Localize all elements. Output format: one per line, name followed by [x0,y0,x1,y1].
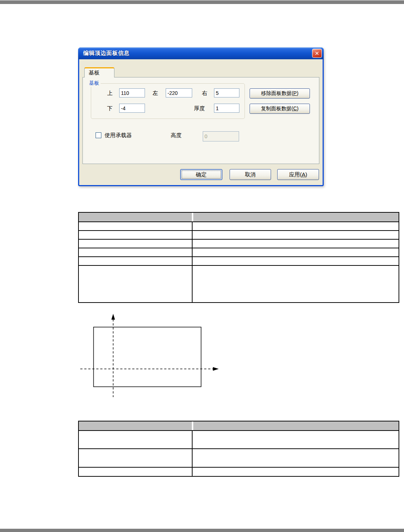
table-header-row [79,213,399,221]
field-thickness-input[interactable] [214,104,239,113]
table-cell [192,222,399,230]
table-cell [79,468,192,476]
table-cell [79,231,192,239]
dialog-title-bar[interactable]: 编辑顶边面板信息 ✕ [78,47,324,59]
page-bottom-bar [0,529,404,532]
table-cell [79,240,192,248]
table-cell [192,468,399,476]
table-cell [79,257,192,265]
cancel-button[interactable]: 取消 [230,169,271,180]
right-arrow-icon [213,367,219,371]
table-cell [79,431,192,448]
field-left-label: 左 [153,88,158,97]
table-row [79,221,399,230]
table-cell [192,266,399,302]
table-cell [79,266,192,302]
tab-label: 基板 [89,69,100,76]
field-right-input[interactable] [214,88,239,97]
table-cell [79,222,192,230]
parameter-table [78,212,399,303]
table-header-cell [192,421,399,430]
table-cell [192,257,399,265]
table-header-cell [79,421,192,430]
table-header-cell [192,213,399,221]
table-cell [79,248,192,256]
table-cell [192,231,399,239]
field-top-input[interactable] [119,88,145,97]
table-row [79,430,399,448]
ok-button[interactable]: 确定 [180,169,222,180]
table-cell [192,449,399,467]
tab-jiban[interactable]: 基板 [84,67,114,77]
coordinate-axes-diagram [78,312,223,401]
use-carrier-label: 使用承载器 [105,132,132,139]
height-input [203,131,239,141]
dialog-title: 编辑顶边面板信息 [83,47,130,59]
table-cell [192,431,399,448]
field-left-input[interactable] [166,88,192,97]
copy-panel-data-button[interactable]: 复制面板数据(C) [250,104,310,114]
use-carrier-checkbox[interactable] [96,132,101,138]
table-row [79,265,399,302]
close-button[interactable]: ✕ [312,49,322,58]
field-bottom-input[interactable] [119,104,145,113]
table-row [79,230,399,239]
table-row [79,448,399,467]
panel-rectangle [94,327,201,387]
table-cell [192,240,399,248]
field-top-label: 上 [107,88,113,97]
group-box-label: 基板 [88,80,101,87]
edit-top-panel-dialog: 编辑顶边面板信息 ✕ 基板 基板 上 左 右 下 厚度 移除面板数据(P) 复制… [78,47,324,186]
description-table [78,421,399,477]
close-icon: ✕ [315,50,319,56]
apply-button[interactable]: 应用(A) [277,169,319,180]
table-row [79,248,399,256]
table-row [79,467,399,476]
table-header-row [79,421,399,430]
field-right-label: 右 [202,88,207,97]
field-thickness-label: 厚度 [194,104,205,113]
remove-panel-data-button[interactable]: 移除面板数据(P) [250,88,310,99]
field-bottom-label: 下 [107,104,113,113]
up-arrow-icon [112,314,115,320]
table-row [79,239,399,248]
page-top-bar [0,0,404,4]
tab-page: 基板 上 左 右 下 厚度 移除面板数据(P) 复制面板数据(C) 使用承载器 … [82,77,319,164]
table-header-cell [79,213,192,221]
table-cell [192,248,399,256]
height-label: 高度 [171,132,182,139]
table-cell [79,449,192,467]
table-row [79,256,399,265]
